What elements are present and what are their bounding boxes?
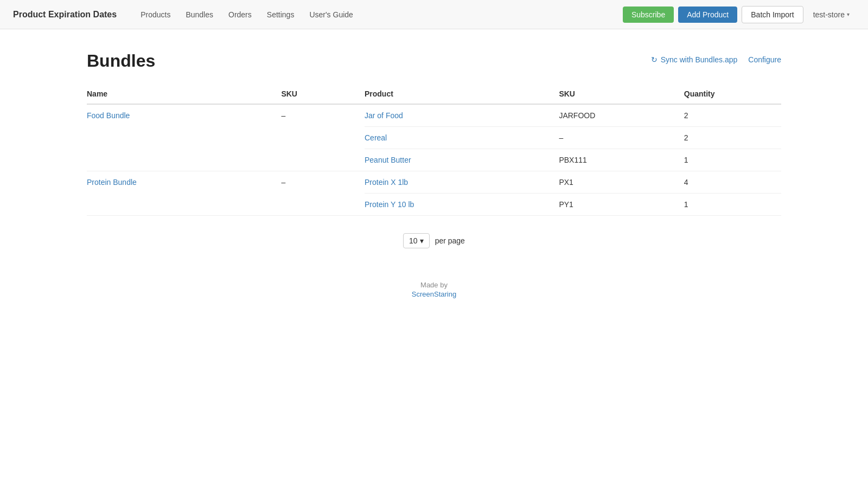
- product-sku: PBX111: [559, 149, 684, 171]
- col-header-quantity: Quantity: [684, 84, 781, 104]
- nav-bundles[interactable]: Bundles: [179, 7, 220, 22]
- product-name-link[interactable]: Peanut Butter: [365, 156, 411, 164]
- table-row: Protein Bundle–Protein X 1lbPX14: [87, 171, 781, 194]
- product-quantity: 1: [684, 149, 781, 171]
- bundle-name-link[interactable]: Food Bundle: [87, 111, 130, 120]
- table-row: Food Bundle–Jar of FoodJARFOOD2: [87, 104, 781, 127]
- screenstaring-link[interactable]: ScreenStaring: [87, 290, 781, 298]
- per-page-label: per page: [435, 236, 465, 245]
- sync-bundles-button[interactable]: ↻ Sync with Bundles.app: [651, 55, 738, 64]
- app-title: Product Expiration Dates: [13, 10, 117, 20]
- col-header-product: Product: [365, 84, 559, 104]
- product-sku: PX1: [559, 171, 684, 194]
- nav-users-guide[interactable]: User's Guide: [303, 7, 359, 22]
- bundle-sku: –: [281, 171, 365, 216]
- store-name: test-store: [813, 10, 845, 19]
- page-actions: ↻ Sync with Bundles.app Configure: [651, 51, 781, 64]
- table-header: Name SKU Product SKU Quantity: [87, 84, 781, 104]
- product-quantity: 4: [684, 171, 781, 194]
- main-content: Bundles ↻ Sync with Bundles.app Configur…: [0, 29, 868, 320]
- product-name-link[interactable]: Cereal: [365, 133, 387, 142]
- add-product-button[interactable]: Add Product: [678, 7, 737, 23]
- product-quantity: 2: [684, 127, 781, 149]
- col-header-sku-bundle: SKU: [281, 84, 365, 104]
- page-header: Bundles ↻ Sync with Bundles.app Configur…: [87, 51, 781, 71]
- store-dropdown[interactable]: test-store ▾: [808, 7, 855, 22]
- page-title: Bundles: [87, 51, 155, 71]
- nav-products[interactable]: Products: [134, 7, 177, 22]
- batch-import-button[interactable]: Batch Import: [742, 6, 803, 23]
- bundles-table: Name SKU Product SKU Quantity Food Bundl…: [87, 84, 781, 216]
- product-sku: JARFOOD: [559, 104, 684, 127]
- nav-orders[interactable]: Orders: [222, 7, 258, 22]
- made-by-label: Made by: [420, 281, 448, 289]
- product-quantity: 1: [684, 194, 781, 216]
- product-sku: PY1: [559, 194, 684, 216]
- col-header-name: Name: [87, 84, 281, 104]
- sync-icon: ↻: [651, 55, 658, 64]
- product-quantity: 2: [684, 104, 781, 127]
- sync-label: Sync with Bundles.app: [661, 55, 738, 64]
- product-name-link[interactable]: Protein Y 10 lb: [365, 200, 414, 209]
- product-name-link[interactable]: Jar of Food: [365, 111, 403, 120]
- header-actions: Subscribe Add Product Batch Import test-…: [623, 6, 855, 23]
- pagination-area: 10 ▾ per page: [87, 233, 781, 248]
- per-page-select[interactable]: 10 ▾: [403, 233, 430, 248]
- configure-link[interactable]: Configure: [748, 55, 781, 64]
- subscribe-button[interactable]: Subscribe: [623, 7, 674, 23]
- chevron-down-icon: ▾: [420, 236, 424, 245]
- footer: Made by ScreenStaring: [87, 281, 781, 298]
- col-header-sku-product: SKU: [559, 84, 684, 104]
- bundle-sku: –: [281, 104, 365, 171]
- header: Product Expiration Dates Products Bundle…: [0, 0, 868, 29]
- product-name-link[interactable]: Protein X 1lb: [365, 178, 408, 187]
- bundle-name-link[interactable]: Protein Bundle: [87, 178, 137, 187]
- chevron-down-icon: ▾: [847, 11, 850, 17]
- nav-links: Products Bundles Orders Settings User's …: [134, 7, 623, 22]
- nav-settings[interactable]: Settings: [260, 7, 301, 22]
- per-page-value: 10: [409, 236, 418, 245]
- product-sku: –: [559, 127, 684, 149]
- table-body: Food Bundle–Jar of FoodJARFOOD2Cereal–2P…: [87, 104, 781, 216]
